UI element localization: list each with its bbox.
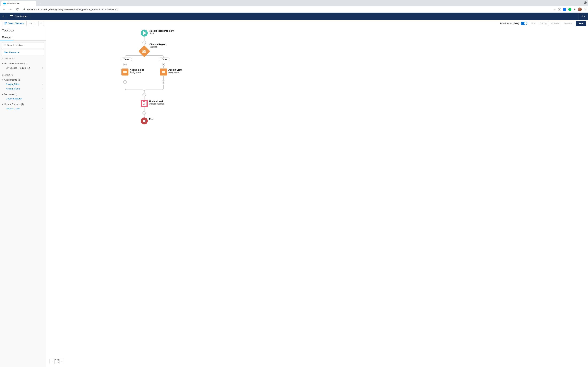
auto-layout-label: Auto-Layout (Beta) bbox=[500, 22, 519, 25]
node-assign-fiona[interactable] bbox=[121, 68, 129, 75]
debug-button[interactable]: Debug bbox=[538, 21, 549, 26]
search-icon bbox=[3, 44, 6, 46]
resources-section-label: RESOURCES bbox=[0, 57, 46, 61]
tab-manager[interactable]: Manager bbox=[0, 34, 13, 40]
extensions-icon[interactable]: ✦ bbox=[573, 8, 576, 11]
window-control-icon[interactable] bbox=[584, 1, 587, 4]
new-resource-button[interactable]: New Resource bbox=[2, 50, 44, 55]
close-icon[interactable]: × bbox=[33, 2, 35, 5]
settings-button[interactable] bbox=[38, 21, 44, 26]
svg-rect-0 bbox=[24, 9, 25, 10]
svg-point-4 bbox=[41, 23, 42, 24]
node-start-subtitle: Start bbox=[149, 32, 174, 35]
outcome-icon bbox=[6, 67, 9, 69]
flow-connectors bbox=[46, 27, 588, 367]
new-tab-button[interactable]: + bbox=[36, 1, 41, 6]
browser-tabstrip: Flow Builder × + bbox=[0, 0, 588, 6]
zoom-controls: − + bbox=[49, 359, 64, 364]
auto-layout-toggle[interactable]: ✓ bbox=[521, 22, 527, 25]
star-icon[interactable]: ☆ bbox=[553, 8, 556, 11]
node-assign-brian-title: Assign Brian bbox=[168, 68, 182, 71]
element-choose-region[interactable]: Choose_Region › bbox=[2, 96, 44, 101]
lock-icon bbox=[23, 8, 25, 11]
url-text: momentum-computing-884.lightning.force.c… bbox=[26, 8, 118, 11]
node-decision-title: Choose Region bbox=[149, 43, 166, 46]
elements-section-label: ELEMENTS bbox=[0, 73, 46, 77]
zoom-fit-button[interactable] bbox=[54, 359, 59, 364]
profile-avatar[interactable] bbox=[578, 8, 582, 11]
node-assign-brian[interactable] bbox=[160, 68, 167, 75]
chevron-right-icon: › bbox=[42, 87, 43, 90]
chevron-down-icon: ▾ bbox=[2, 63, 3, 65]
extension-icon[interactable] bbox=[563, 8, 566, 11]
element-assign-brian[interactable]: Assign_Brian › bbox=[2, 82, 44, 86]
group-assignments[interactable]: ▾ Assignments (2) bbox=[2, 78, 44, 82]
chevron-right-icon: › bbox=[42, 97, 43, 100]
activate-button[interactable]: Activate bbox=[549, 21, 561, 26]
redo-button[interactable] bbox=[33, 21, 38, 26]
svg-point-5 bbox=[4, 44, 5, 46]
help-menu[interactable]: ? ▼ bbox=[579, 13, 588, 20]
save-as-button[interactable]: Save As bbox=[562, 21, 574, 26]
node-update-lead-subtitle: Update Records bbox=[149, 103, 164, 105]
node-update-lead[interactable] bbox=[141, 100, 148, 107]
nav-forward-button[interactable] bbox=[8, 7, 13, 12]
flow-canvas[interactable]: Record-Triggered Flow Start + Choose Reg… bbox=[46, 27, 588, 367]
undo-button[interactable] bbox=[28, 21, 33, 26]
main-content: Toolbox Manager New Resource RESOURCES ▾… bbox=[0, 27, 588, 367]
more-icon[interactable]: ⋮ bbox=[584, 8, 587, 11]
run-button[interactable]: Run bbox=[529, 21, 538, 26]
sidebar-tabs: Manager bbox=[0, 34, 46, 41]
select-elements-button[interactable]: Select Elements bbox=[2, 21, 26, 26]
app-header: Flow Builder ? ▼ bbox=[0, 13, 588, 20]
nav-back-button[interactable] bbox=[1, 7, 6, 12]
element-assign-fiona[interactable]: Assign_Fiona › bbox=[2, 86, 44, 91]
node-update-lead-title: Update Lead bbox=[149, 100, 164, 103]
save-button[interactable]: Save bbox=[576, 21, 586, 26]
node-assign-fiona-subtitle: Assignment bbox=[130, 71, 144, 74]
group-decision-outcomes[interactable]: ▾ Decision Outcomes (1) bbox=[2, 61, 44, 66]
node-end-title: End bbox=[149, 118, 154, 120]
chevron-down-icon: ▼ bbox=[584, 15, 585, 17]
end-icon bbox=[143, 120, 146, 122]
search-flow-input[interactable] bbox=[2, 42, 44, 48]
node-assign-brian-subtitle: Assignment bbox=[168, 71, 182, 74]
salesforce-icon bbox=[3, 3, 6, 4]
reload-button[interactable] bbox=[15, 7, 20, 12]
info-icon[interactable]: i bbox=[558, 8, 561, 11]
node-assign-fiona-title: Assign Fiona bbox=[130, 68, 144, 71]
add-element-button[interactable]: + bbox=[142, 93, 146, 96]
address-bar[interactable]: momentum-computing-884.lightning.force.c… bbox=[21, 7, 552, 12]
branch-label-other[interactable]: Other bbox=[159, 58, 170, 61]
node-decision-subtitle: Decision bbox=[149, 46, 166, 48]
add-element-button[interactable]: + bbox=[162, 63, 165, 66]
decision-icon bbox=[142, 50, 146, 53]
chevron-right-icon: › bbox=[42, 83, 43, 85]
branch-label-texas[interactable]: Texas bbox=[121, 58, 132, 61]
add-element-button[interactable]: + bbox=[142, 41, 146, 44]
element-update-lead[interactable]: Update_Lead › bbox=[2, 106, 44, 111]
assignment-icon bbox=[162, 71, 165, 73]
svg-rect-3 bbox=[5, 24, 5, 24]
add-element-button[interactable]: + bbox=[123, 80, 127, 84]
resource-choose-region-tx[interactable]: Choose_Region_TX › bbox=[2, 66, 44, 70]
record-icon bbox=[141, 100, 148, 107]
chevron-down-icon: ▾ bbox=[2, 103, 3, 105]
add-element-button[interactable]: + bbox=[162, 80, 165, 84]
chevron-right-icon: › bbox=[42, 107, 43, 110]
node-start-title: Record-Triggered Flow bbox=[149, 30, 174, 32]
chevron-down-icon: ▾ bbox=[2, 79, 3, 81]
node-end[interactable] bbox=[141, 117, 148, 125]
browser-tab[interactable]: Flow Builder × bbox=[1, 1, 36, 6]
svg-rect-1 bbox=[5, 22, 5, 23]
extension-icon[interactable] bbox=[568, 8, 571, 11]
chevron-down-icon: ▾ bbox=[2, 93, 3, 95]
group-update-records[interactable]: ▾ Update Records (1) bbox=[2, 102, 44, 106]
group-decisions[interactable]: ▾ Decisions (1) bbox=[2, 92, 44, 96]
back-button[interactable] bbox=[0, 13, 7, 20]
add-element-button[interactable]: + bbox=[123, 63, 127, 66]
node-start[interactable] bbox=[141, 30, 148, 36]
add-element-button[interactable]: + bbox=[142, 111, 146, 115]
toolbox-title: Toolbox bbox=[0, 27, 46, 34]
browser-toolbar: momentum-computing-884.lightning.force.c… bbox=[0, 6, 588, 13]
